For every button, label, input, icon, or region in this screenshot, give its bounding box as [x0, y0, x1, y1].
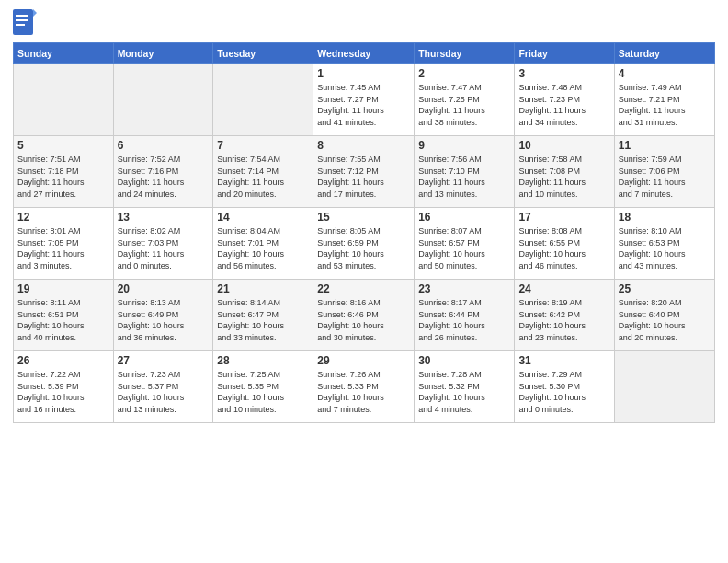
weekday-header-friday: Friday	[515, 43, 614, 64]
day-number: 23	[418, 282, 510, 295]
calendar-cell: 26Sunrise: 7:22 AMSunset: 5:39 PMDayligh…	[14, 351, 114, 423]
day-info: Sunrise: 7:52 AMSunset: 7:16 PMDaylight:…	[118, 154, 210, 200]
day-number: 13	[118, 211, 210, 224]
calendar-cell: 3Sunrise: 7:48 AMSunset: 7:23 PMDaylight…	[515, 64, 614, 136]
day-info: Sunrise: 7:58 AMSunset: 7:08 PMDaylight:…	[518, 154, 609, 200]
day-info: Sunrise: 7:48 AMSunset: 7:23 PMDaylight:…	[518, 82, 609, 128]
calendar-cell: 15Sunrise: 8:05 AMSunset: 6:59 PMDayligh…	[313, 208, 415, 280]
day-number: 10	[518, 139, 609, 152]
calendar-week-row: 26Sunrise: 7:22 AMSunset: 5:39 PMDayligh…	[14, 351, 715, 423]
calendar-cell: 5Sunrise: 7:51 AMSunset: 7:18 PMDaylight…	[14, 136, 114, 208]
svg-rect-4	[16, 24, 25, 26]
day-info: Sunrise: 8:20 AMSunset: 6:40 PMDaylight:…	[619, 297, 711, 343]
calendar-cell: 17Sunrise: 8:08 AMSunset: 6:55 PMDayligh…	[515, 208, 614, 280]
day-info: Sunrise: 7:56 AMSunset: 7:10 PMDaylight:…	[418, 154, 510, 200]
calendar-week-row: 5Sunrise: 7:51 AMSunset: 7:18 PMDaylight…	[14, 136, 715, 208]
day-info: Sunrise: 7:22 AMSunset: 5:39 PMDaylight:…	[17, 369, 109, 415]
day-number: 1	[317, 67, 410, 80]
calendar-cell	[113, 64, 213, 136]
day-number: 8	[317, 139, 410, 152]
day-number: 6	[118, 139, 210, 152]
day-info: Sunrise: 8:10 AMSunset: 6:53 PMDaylight:…	[619, 225, 711, 271]
weekday-header-sunday: Sunday	[14, 43, 114, 64]
day-info: Sunrise: 8:14 AMSunset: 6:47 PMDaylight:…	[217, 297, 309, 343]
header	[13, 9, 715, 37]
day-number: 17	[518, 211, 609, 224]
day-info: Sunrise: 7:25 AMSunset: 5:35 PMDaylight:…	[217, 369, 309, 415]
day-number: 22	[317, 282, 410, 295]
day-number: 15	[317, 211, 410, 224]
logo	[13, 9, 37, 37]
svg-rect-3	[16, 19, 28, 21]
day-info: Sunrise: 7:59 AMSunset: 7:06 PMDaylight:…	[619, 154, 711, 200]
calendar-cell: 7Sunrise: 7:54 AMSunset: 7:14 PMDaylight…	[213, 136, 313, 208]
day-number: 19	[17, 282, 109, 295]
calendar-page: SundayMondayTuesdayWednesdayThursdayFrid…	[0, 0, 728, 563]
day-info: Sunrise: 7:29 AMSunset: 5:30 PMDaylight:…	[518, 369, 609, 415]
svg-rect-0	[13, 9, 33, 35]
calendar-cell: 31Sunrise: 7:29 AMSunset: 5:30 PMDayligh…	[515, 351, 614, 423]
calendar-cell: 13Sunrise: 8:02 AMSunset: 7:03 PMDayligh…	[113, 208, 213, 280]
day-number: 11	[619, 139, 711, 152]
calendar-cell: 10Sunrise: 7:58 AMSunset: 7:08 PMDayligh…	[515, 136, 614, 208]
weekday-header-thursday: Thursday	[415, 43, 515, 64]
calendar-cell: 28Sunrise: 7:25 AMSunset: 5:35 PMDayligh…	[213, 351, 313, 423]
calendar-cell: 25Sunrise: 8:20 AMSunset: 6:40 PMDayligh…	[614, 280, 714, 351]
calendar-cell	[213, 64, 313, 136]
day-info: Sunrise: 7:55 AMSunset: 7:12 PMDaylight:…	[317, 154, 410, 200]
day-number: 28	[217, 354, 309, 367]
day-info: Sunrise: 8:07 AMSunset: 6:57 PMDaylight:…	[418, 225, 510, 271]
calendar-cell: 1Sunrise: 7:45 AMSunset: 7:27 PMDaylight…	[313, 64, 415, 136]
day-info: Sunrise: 8:19 AMSunset: 6:42 PMDaylight:…	[518, 297, 609, 343]
day-info: Sunrise: 8:13 AMSunset: 6:49 PMDaylight:…	[118, 297, 210, 343]
calendar-cell: 30Sunrise: 7:28 AMSunset: 5:32 PMDayligh…	[415, 351, 515, 423]
calendar-cell: 11Sunrise: 7:59 AMSunset: 7:06 PMDayligh…	[614, 136, 714, 208]
calendar-cell: 27Sunrise: 7:23 AMSunset: 5:37 PMDayligh…	[113, 351, 213, 423]
day-info: Sunrise: 7:28 AMSunset: 5:32 PMDaylight:…	[418, 369, 510, 415]
calendar-cell: 20Sunrise: 8:13 AMSunset: 6:49 PMDayligh…	[113, 280, 213, 351]
day-number: 18	[619, 211, 711, 224]
calendar-cell: 19Sunrise: 8:11 AMSunset: 6:51 PMDayligh…	[14, 280, 114, 351]
day-number: 3	[518, 67, 609, 80]
calendar-cell: 21Sunrise: 8:14 AMSunset: 6:47 PMDayligh…	[213, 280, 313, 351]
calendar-cell: 18Sunrise: 8:10 AMSunset: 6:53 PMDayligh…	[614, 208, 714, 280]
day-number: 30	[418, 354, 510, 367]
weekday-header-wednesday: Wednesday	[313, 43, 415, 64]
day-info: Sunrise: 8:08 AMSunset: 6:55 PMDaylight:…	[518, 225, 609, 271]
day-info: Sunrise: 8:16 AMSunset: 6:46 PMDaylight:…	[317, 297, 410, 343]
weekday-header-monday: Monday	[113, 43, 213, 64]
calendar-cell: 22Sunrise: 8:16 AMSunset: 6:46 PMDayligh…	[313, 280, 415, 351]
day-info: Sunrise: 7:54 AMSunset: 7:14 PMDaylight:…	[217, 154, 309, 200]
day-info: Sunrise: 7:51 AMSunset: 7:18 PMDaylight:…	[17, 154, 109, 200]
calendar-cell: 8Sunrise: 7:55 AMSunset: 7:12 PMDaylight…	[313, 136, 415, 208]
day-info: Sunrise: 8:01 AMSunset: 7:05 PMDaylight:…	[17, 225, 109, 271]
day-number: 31	[518, 354, 609, 367]
calendar-table: SundayMondayTuesdayWednesdayThursdayFrid…	[13, 42, 715, 423]
day-number: 20	[118, 282, 210, 295]
day-number: 21	[217, 282, 309, 295]
day-info: Sunrise: 7:23 AMSunset: 5:37 PMDaylight:…	[118, 369, 210, 415]
calendar-cell: 24Sunrise: 8:19 AMSunset: 6:42 PMDayligh…	[515, 280, 614, 351]
day-number: 7	[217, 139, 309, 152]
day-number: 16	[418, 211, 510, 224]
calendar-week-row: 1Sunrise: 7:45 AMSunset: 7:27 PMDaylight…	[14, 64, 715, 136]
day-number: 9	[418, 139, 510, 152]
day-number: 4	[619, 67, 711, 80]
calendar-cell	[14, 64, 114, 136]
calendar-cell: 14Sunrise: 8:04 AMSunset: 7:01 PMDayligh…	[213, 208, 313, 280]
calendar-week-row: 19Sunrise: 8:11 AMSunset: 6:51 PMDayligh…	[14, 280, 715, 351]
day-number: 25	[619, 282, 711, 295]
weekday-header-saturday: Saturday	[614, 43, 714, 64]
day-number: 26	[17, 354, 109, 367]
day-info: Sunrise: 8:17 AMSunset: 6:44 PMDaylight:…	[418, 297, 510, 343]
svg-marker-1	[33, 9, 37, 17]
day-number: 2	[418, 67, 510, 80]
day-number: 14	[217, 211, 309, 224]
calendar-cell: 2Sunrise: 7:47 AMSunset: 7:25 PMDaylight…	[415, 64, 515, 136]
day-number: 29	[317, 354, 410, 367]
day-number: 27	[118, 354, 210, 367]
calendar-cell: 4Sunrise: 7:49 AMSunset: 7:21 PMDaylight…	[614, 64, 714, 136]
day-info: Sunrise: 7:26 AMSunset: 5:33 PMDaylight:…	[317, 369, 410, 415]
day-info: Sunrise: 8:04 AMSunset: 7:01 PMDaylight:…	[217, 225, 309, 271]
day-number: 12	[17, 211, 109, 224]
